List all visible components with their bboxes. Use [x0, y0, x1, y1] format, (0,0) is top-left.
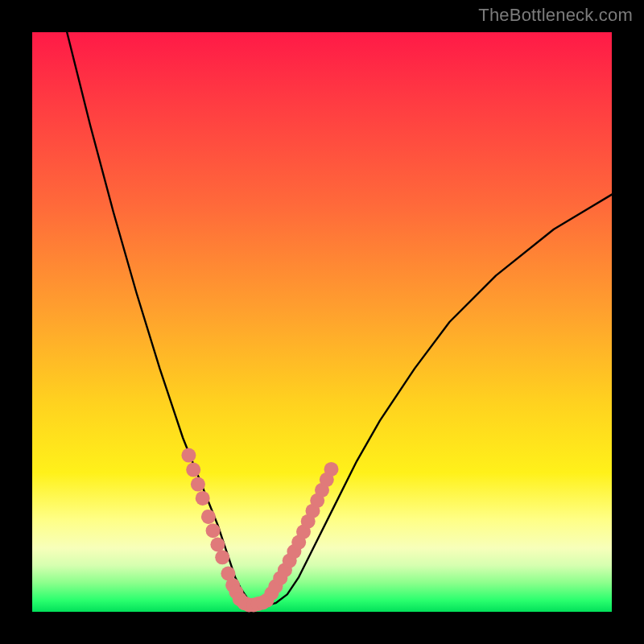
- left-branch-dots-dot: [186, 463, 200, 477]
- plot-area: [32, 32, 612, 612]
- curve-layer: [32, 32, 612, 612]
- bottleneck-curve: [67, 32, 612, 606]
- left-branch-dots-dot: [196, 491, 210, 506]
- valley-floor-dots-dot: [256, 596, 270, 610]
- left-branch-dots-dot: [201, 510, 216, 524]
- left-branch-dots-dot: [181, 448, 196, 463]
- left-branch-dots-dot: [215, 550, 229, 564]
- right-branch-dots-dot: [324, 462, 339, 477]
- marker-layer: [181, 448, 338, 613]
- watermark-text: TheBottleneck.com: [478, 5, 633, 26]
- left-branch-dots-dot: [206, 523, 221, 538]
- left-branch-dots-dot: [210, 538, 225, 552]
- left-branch-dots-dot: [191, 477, 205, 492]
- chart-frame: TheBottleneck.com: [0, 0, 644, 644]
